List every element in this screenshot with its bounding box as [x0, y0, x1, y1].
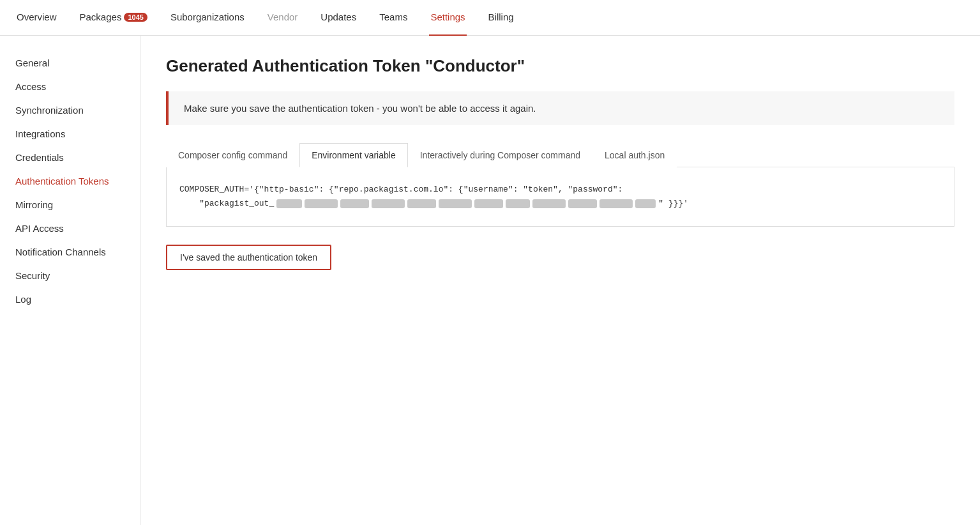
page-layout: General Access Synchronization Integrati…: [0, 36, 980, 525]
nav-item-suborganizations[interactable]: Suborganizations: [169, 0, 246, 36]
warning-text: Make sure you save the authentication to…: [184, 103, 536, 114]
redacted-2: [305, 199, 338, 208]
tab-local-auth[interactable]: Local auth.json: [592, 143, 677, 167]
sidebar: General Access Synchronization Integrati…: [0, 36, 140, 525]
tabs-container: Composer config command Environment vari…: [166, 143, 954, 167]
sidebar-item-security[interactable]: Security: [0, 264, 140, 287]
redacted-10: [568, 199, 597, 208]
sidebar-item-mirroring[interactable]: Mirroring: [0, 193, 140, 217]
redacted-4: [372, 199, 405, 208]
code-box: COMPOSER_AUTH='{"http-basic": {"repo.pac…: [166, 167, 954, 227]
nav-item-vendor[interactable]: Vendor: [266, 0, 299, 36]
redacted-6: [439, 199, 472, 208]
sidebar-item-synchronization[interactable]: Synchronization: [0, 98, 140, 122]
sidebar-item-authentication-tokens[interactable]: Authentication Tokens: [0, 169, 140, 193]
redacted-8: [506, 199, 530, 208]
redacted-7: [474, 199, 503, 208]
nav-item-billing[interactable]: Billing: [487, 0, 515, 36]
sidebar-item-general[interactable]: General: [0, 51, 140, 75]
saved-button[interactable]: I've saved the authentication token: [166, 245, 331, 270]
nav-item-updates[interactable]: Updates: [319, 0, 358, 36]
tab-env-variable[interactable]: Environment variable: [299, 143, 408, 167]
code-line-1: COMPOSER_AUTH='{"http-basic": {"repo.pac…: [179, 183, 941, 197]
sidebar-item-credentials[interactable]: Credentials: [0, 146, 140, 169]
tab-interactive[interactable]: Interactively during Composer command: [408, 143, 592, 167]
redacted-3: [340, 199, 369, 208]
code-indent: "packagist_out_: [179, 197, 274, 211]
code-suffix: " }}}': [658, 197, 688, 211]
sidebar-item-integrations[interactable]: Integrations: [0, 122, 140, 146]
sidebar-item-log[interactable]: Log: [0, 287, 140, 311]
nav-item-teams[interactable]: Teams: [378, 0, 409, 36]
redacted-11: [599, 199, 633, 208]
page-title: Generated Authentication Token "Conducto…: [166, 56, 954, 76]
redacted-5: [407, 199, 436, 208]
sidebar-item-api-access[interactable]: API Access: [0, 217, 140, 240]
code-line-2: "packagist_out_ " }}}': [179, 197, 941, 211]
sidebar-item-notification-channels[interactable]: Notification Channels: [0, 240, 140, 264]
main-content: Generated Authentication Token "Conducto…: [140, 36, 980, 525]
tab-composer-config[interactable]: Composer config command: [166, 143, 299, 167]
nav-item-packages[interactable]: Packages 1045: [79, 0, 149, 36]
redacted-12: [635, 199, 656, 208]
redacted-9: [532, 199, 566, 208]
nav-item-settings[interactable]: Settings: [429, 0, 466, 36]
redacted-1: [276, 199, 302, 208]
packages-badge: 1045: [124, 13, 147, 22]
nav-item-overview[interactable]: Overview: [15, 0, 58, 36]
top-nav: Overview Packages 1045 Suborganizations …: [0, 0, 980, 36]
warning-box: Make sure you save the authentication to…: [166, 91, 954, 125]
code-prefix: COMPOSER_AUTH='{"http-basic": {"repo.pac…: [179, 183, 622, 197]
sidebar-item-access[interactable]: Access: [0, 75, 140, 98]
